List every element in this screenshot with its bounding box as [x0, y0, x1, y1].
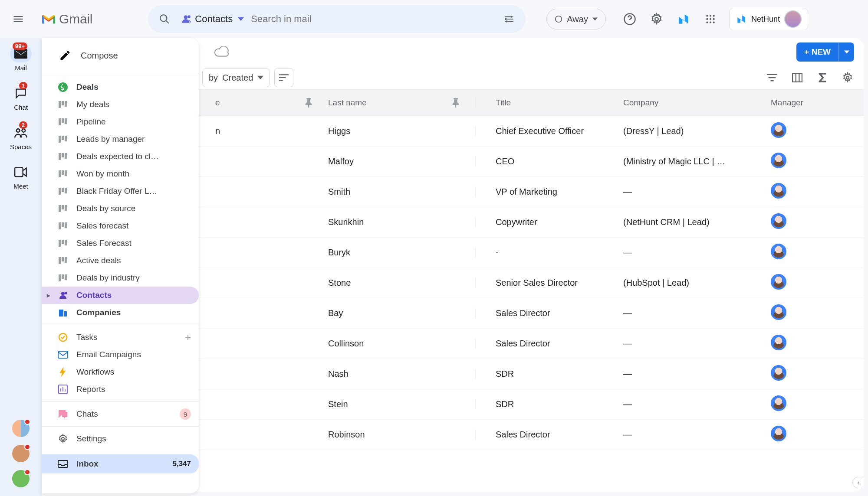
nav-deal-view[interactable]: Pipeline: [42, 113, 199, 131]
nav-deal-view[interactable]: Deals by industry: [42, 269, 199, 287]
sort-direction-button[interactable]: [274, 68, 293, 87]
cell-company: (DressY | Lead): [623, 126, 771, 136]
svg-point-16: [16, 129, 20, 132]
pin-icon[interactable]: [305, 98, 312, 108]
help-button[interactable]: [622, 12, 637, 26]
chevron-down-icon: [592, 16, 598, 22]
cell-company: (HubSpot | Lead): [623, 278, 771, 288]
cell-company: (NetHunt CRM | Lead): [623, 217, 771, 227]
view-settings-button[interactable]: [841, 71, 854, 84]
main-menu-button[interactable]: [3, 4, 33, 34]
search-button[interactable]: [156, 10, 173, 28]
manager-avatar: [771, 304, 786, 320]
new-record-button-group: + NEW: [796, 42, 854, 62]
nethunt-icon: [736, 13, 747, 25]
manager-avatar: [771, 213, 786, 229]
nav-item-companies[interactable]: Companies: [42, 304, 199, 321]
cell-title: -: [476, 248, 623, 258]
apps-grid-button[interactable]: [703, 12, 718, 26]
search-options-button[interactable]: [500, 10, 518, 28]
nethunt-app-button[interactable]: [676, 12, 691, 26]
manager-avatar: [771, 183, 786, 199]
nav-deal-view[interactable]: Deals by source: [42, 200, 199, 217]
svg-rect-44: [62, 222, 64, 227]
nav-item-email-campaigns[interactable]: Email Campaigns: [42, 346, 199, 363]
nethunt-account-chip[interactable]: NetHunt: [729, 8, 808, 30]
nav-deal-view[interactable]: Active deals: [42, 252, 199, 269]
side-panel-toggle[interactable]: ‹: [852, 477, 864, 488]
nav-deal-view[interactable]: Sales forecast: [42, 217, 199, 235]
search-input[interactable]: [251, 13, 495, 25]
nav-item-tasks[interactable]: Tasks +: [42, 329, 199, 346]
nav-deal-view[interactable]: Won by month: [42, 165, 199, 183]
svg-point-55: [65, 292, 67, 294]
nav-item-deals[interactable]: Deals: [42, 78, 199, 96]
nav-deal-view[interactable]: Black Friday Offer L…: [42, 183, 199, 200]
chat-avatar[interactable]: [12, 420, 30, 437]
col-header-title[interactable]: Title: [476, 98, 623, 108]
cell-company: —: [623, 308, 771, 318]
col-header-last-name[interactable]: Last name: [328, 98, 476, 108]
gmail-logo[interactable]: Gmail: [41, 12, 92, 26]
compose-button[interactable]: Compose: [42, 38, 199, 73]
chat-avatar[interactable]: [12, 445, 30, 462]
svg-point-3: [505, 18, 507, 20]
nav-deal-view[interactable]: Deals expected to cl…: [42, 148, 199, 165]
status-away-icon: [555, 15, 562, 23]
cell-company: —: [623, 187, 771, 197]
rail-item-spaces[interactable]: 2 Spaces: [10, 121, 32, 153]
cell-manager: [771, 244, 864, 261]
rail-item-mail[interactable]: 99+ Mail: [10, 42, 32, 74]
cell-title: Sales Director: [476, 430, 623, 440]
nav-deal-view[interactable]: Leads by manager: [42, 131, 199, 148]
pin-icon[interactable]: [452, 98, 460, 108]
inbox-count: 5,347: [172, 460, 191, 468]
rail-item-chat[interactable]: 1 Chat: [10, 82, 32, 114]
svg-rect-30: [65, 136, 67, 141]
svg-rect-23: [62, 101, 64, 105]
svg-rect-52: [59, 274, 61, 281]
new-record-dropdown[interactable]: [838, 42, 854, 62]
svg-rect-42: [65, 205, 67, 211]
add-task-button[interactable]: +: [185, 331, 191, 343]
nav-item-contacts[interactable]: Contacts: [42, 287, 199, 304]
sort-selector[interactable]: by Created: [202, 68, 270, 87]
new-record-button[interactable]: + NEW: [796, 42, 838, 62]
divider: [42, 426, 199, 427]
svg-point-8: [710, 15, 711, 16]
aggregate-button[interactable]: [816, 71, 829, 84]
col-header-manager[interactable]: Manager: [771, 98, 864, 108]
cell-manager: [771, 365, 864, 383]
nav-deal-view[interactable]: My deals: [42, 96, 199, 113]
nav-deal-view[interactable]: Sales Forecast: [42, 235, 199, 252]
divider: [42, 325, 199, 325]
chat-avatar[interactable]: [12, 470, 30, 487]
nav-item-inbox[interactable]: Inbox 5,347: [42, 454, 199, 473]
presence-dot-icon: [24, 419, 30, 425]
nav-item-chats[interactable]: Chats 9: [42, 405, 199, 423]
presence-dot-icon: [24, 469, 30, 475]
nav-item-settings[interactable]: Settings: [42, 430, 199, 447]
sync-status-button[interactable]: [213, 43, 230, 61]
status-selector[interactable]: Away: [546, 9, 606, 29]
filter-button[interactable]: [766, 71, 779, 84]
settings-button[interactable]: [649, 12, 664, 26]
rail-item-meet[interactable]: Meet: [10, 161, 32, 193]
svg-rect-37: [59, 188, 61, 195]
nethunt-icon: [677, 12, 690, 26]
svg-rect-34: [59, 170, 61, 177]
svg-rect-25: [59, 118, 61, 125]
svg-rect-27: [65, 118, 67, 124]
col-header-company[interactable]: Company: [623, 98, 771, 108]
building-icon: [57, 307, 69, 318]
contacts-icon: [57, 290, 69, 301]
columns-button[interactable]: [791, 71, 804, 84]
cell-manager: [771, 213, 864, 231]
board-icon: [57, 186, 69, 197]
nav-item-workflows[interactable]: Workflows: [42, 363, 199, 381]
board-icon: [57, 203, 69, 214]
nav-item-reports[interactable]: Reports: [42, 381, 199, 398]
search-scope-chip[interactable]: Contacts: [178, 13, 246, 25]
cell-manager: [771, 153, 864, 170]
svg-rect-35: [62, 170, 64, 175]
